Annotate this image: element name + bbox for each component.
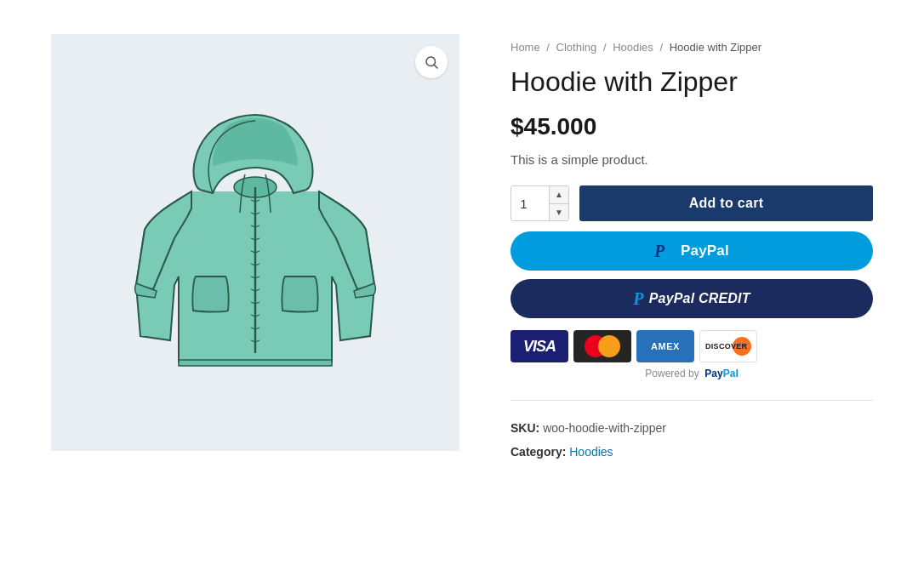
svg-line-1: [434, 65, 437, 68]
meta-sku-row: SKU: woo-hoodie-with-zipper: [510, 416, 873, 440]
add-to-cart-row: ▲ ▼ Add to cart: [510, 185, 873, 221]
amex-card-badge: AMEX: [636, 330, 694, 362]
quantity-down-button[interactable]: ▼: [550, 204, 568, 222]
meta-category-row: Category: Hoodies: [510, 440, 873, 464]
quantity-wrapper: ▲ ▼: [510, 185, 569, 221]
breadcrumb-sep-1: /: [546, 41, 550, 54]
product-title: Hoodie with Zipper: [510, 66, 873, 98]
discover-text: DISCOVER: [705, 342, 747, 351]
paypal-brand-dark: Pay: [704, 368, 722, 379]
product-details: Home / Clothing / Hoodies / Hoodie with …: [510, 34, 873, 464]
meta-sku-value: woo-hoodie-with-zipper: [543, 421, 666, 435]
svg-point-0: [426, 57, 436, 66]
powered-by-paypal: Powered by PayPal: [510, 368, 873, 379]
product-image-container: [51, 34, 459, 451]
powered-by-text: Powered by: [645, 368, 699, 379]
quantity-input[interactable]: [511, 185, 549, 221]
quantity-up-button[interactable]: ▲: [550, 185, 568, 204]
meta-sku-label: SKU:: [510, 421, 539, 435]
product-image: [128, 89, 383, 396]
mastercard-badge: [573, 330, 631, 362]
breadcrumb: Home / Clothing / Hoodies / Hoodie with …: [510, 41, 873, 54]
paypal-credit-button[interactable]: P PayPal CREDIT: [510, 279, 873, 318]
paypal-label: PayPal: [681, 242, 729, 259]
zoom-icon[interactable]: [415, 46, 448, 78]
breadcrumb-clothing[interactable]: Clothing: [556, 41, 597, 54]
product-page: Home / Clothing / Hoodies / Hoodie with …: [51, 34, 873, 464]
paypal-brand-light: Pal: [723, 368, 739, 379]
quantity-spinners: ▲ ▼: [549, 185, 568, 221]
breadcrumb-sep-2: /: [603, 41, 607, 54]
breadcrumb-home[interactable]: Home: [510, 41, 540, 54]
breadcrumb-sep-3: /: [659, 41, 663, 54]
visa-card-badge: VISA: [510, 330, 568, 362]
paypal-logo-icon: PP: [654, 242, 676, 261]
product-meta: SKU: woo-hoodie-with-zipper Category: Ho…: [510, 400, 873, 464]
paypal-button[interactable]: PP PayPal: [510, 231, 873, 271]
add-to-cart-button[interactable]: Add to cart: [579, 185, 873, 221]
breadcrumb-current: Hoodie with Zipper: [670, 41, 761, 54]
meta-category-link[interactable]: Hoodies: [569, 445, 613, 459]
paypal-credit-logo-icon: P: [633, 289, 643, 309]
product-price: $45.000: [510, 113, 873, 140]
paypal-credit-label: PayPal CREDIT: [649, 291, 750, 306]
meta-category-label: Category:: [510, 445, 566, 459]
powered-by-brand: PayPal: [702, 368, 739, 379]
discover-card-badge: DISCOVER: [699, 330, 757, 362]
breadcrumb-hoodies[interactable]: Hoodies: [613, 41, 653, 54]
product-description: This is a simple product.: [510, 152, 873, 167]
payment-cards: VISA AMEX DISCOVER: [510, 330, 873, 362]
